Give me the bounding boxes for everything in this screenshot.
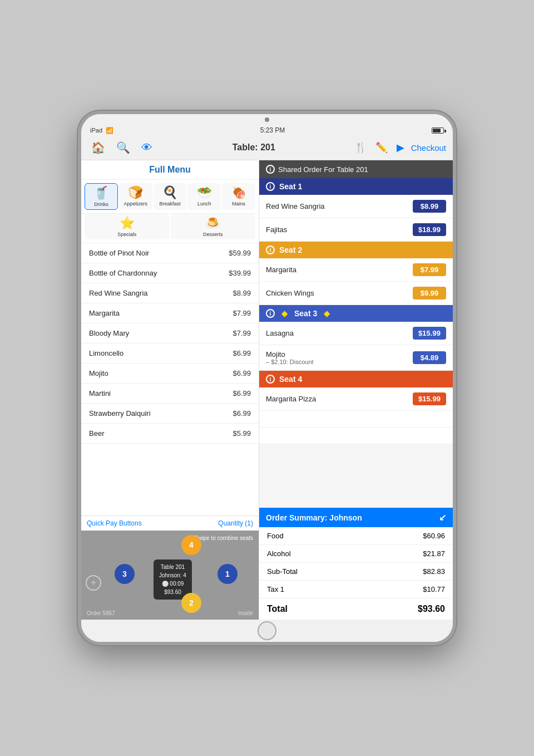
main-content: Full Menu 🥤 Drinks 🍞 Appetizers 🍳 Breakf… [81,160,453,620]
table-title: Table: 201 [160,143,348,153]
swipe-hint: Swipe to combine seats [194,535,253,541]
order-item-name: Margarita [266,266,296,274]
edit-icon[interactable]: ✏️ [373,139,390,156]
order-row[interactable]: Mojito – $2.10: Discount $4.89 [259,345,453,371]
order-item-name: Margarita Pizza [266,395,316,403]
order-item-price: $4.89 [413,351,446,364]
category-specials[interactable]: ⭐ Specials [85,214,170,239]
order-row[interactable]: Margarita Pizza $15.99 [259,387,453,411]
menu-item-price: $39.99 [229,269,251,277]
list-item[interactable]: Bloody Mary $7.99 [81,323,259,343]
menu-item-name: Bloody Mary [89,329,129,337]
empty-row [259,428,453,444]
list-item[interactable]: Mojito $6.99 [81,364,259,384]
seat-3-badge[interactable]: 3 [115,564,135,584]
order-item-price: $15.99 [413,392,446,405]
checkout-button[interactable]: Checkout [411,143,446,153]
category-breakfast[interactable]: 🍳 Breakfast [154,183,187,210]
subtotal-value: $82.83 [423,567,445,576]
seat4-info-icon: i [266,375,275,384]
category-drinks[interactable]: 🥤 Drinks [85,183,118,210]
category-lunch[interactable]: 🥗 Lunch [187,183,221,210]
menu-item-price: $6.99 [233,409,251,418]
list-item[interactable]: Strawberry Daiquiri $6.99 [81,404,259,424]
list-item[interactable]: Beer $5.99 [81,424,259,444]
order-label: Order 5867 [87,610,115,616]
home-icon[interactable]: 🏠 [88,139,108,156]
search-icon[interactable]: 🔍 [113,139,134,156]
inside-label: Inside [238,610,253,616]
order-item-price: $9.99 [413,287,446,300]
seat-1-badge[interactable]: 1 [217,564,238,584]
list-item[interactable]: Bottle of Chardonnay $39.99 [81,263,259,283]
seat3-diamond-right: ◆ [324,309,330,318]
seat-2-header[interactable]: i Seat 2 [259,242,453,258]
order-row[interactable]: Fajitas $18.99 [259,218,453,242]
category-appetizers[interactable]: 🍞 Appetizers [119,183,152,210]
order-row[interactable]: Margarita $7.99 [259,258,453,282]
list-item[interactable]: Limoncello $6.99 [81,343,259,364]
order-row[interactable]: Lasagna $15.99 [259,322,453,345]
order-row[interactable]: Chicken Wings $9.99 [259,282,453,305]
order-item-price: $7.99 [413,263,446,276]
tax-value: $10.77 [423,585,445,593]
menu-item-name: Margarita [89,309,120,317]
orders-scroll[interactable]: i Seat 1 Red Wine Sangria $8.99 Fajitas … [259,178,453,508]
mains-icon: 🍖 [231,185,246,200]
seat-2-badge[interactable]: 2 [181,593,201,613]
seat3-info-icon: i [266,309,275,318]
empty-row [259,411,453,428]
menu-title: Full Menu [81,160,259,180]
right-panel: i Shared Order For Table 201 i Seat 1 Re… [259,160,453,620]
table-info-server: Johnson: 4 [159,571,186,580]
list-item[interactable]: Red Wine Sangria $8.99 [81,283,259,303]
list-item[interactable]: Margarita $7.99 [81,303,259,323]
order-row[interactable]: Red Wine Sangria $8.99 [259,195,453,218]
lunch-label: Lunch [197,201,211,207]
total-value: $93.60 [418,604,445,614]
menu-item-name: Mojito [89,369,108,377]
category-mains[interactable]: 🍖 Mains [222,183,255,210]
category-grid-row2: ⭐ Specials 🍮 Desserts [81,214,259,243]
list-item[interactable]: Martini $6.99 [81,384,259,404]
desserts-label: Desserts [203,232,223,237]
order-item-name: Lasagna [266,329,294,337]
summary-subtotal-row: Sub-Total $82.83 [259,563,453,581]
appetizers-icon: 🍞 [128,185,143,200]
shared-order-header: i Shared Order For Table 201 [259,160,453,178]
menu-item-name: Bottle of Pinot Noir [89,249,149,257]
mains-label: Mains [232,201,245,207]
table-info-total: $93.60 [159,588,186,596]
battery-icon [432,127,444,134]
seat-4-badge[interactable]: 4 [181,535,201,555]
collapse-icon[interactable]: ↙ [439,512,446,523]
seat-3-header[interactable]: i ◆ Seat 3 ◆ [259,305,453,322]
list-item[interactable]: Bottle of Pinot Noir $59.99 [81,243,259,263]
food-label: Food [267,532,284,540]
menu-item-price: $6.99 [233,389,251,397]
quantity-label[interactable]: Quantity (1) [218,519,253,527]
menu-item-name: Limoncello [89,349,123,357]
status-bar: iPad 📶 5:23 PM [81,125,453,135]
add-seat-button[interactable]: + [86,575,101,591]
nav-actions: 🍴 ✏️ ▶ Checkout [352,139,446,156]
category-desserts[interactable]: 🍮 Desserts [171,214,256,239]
utensils-icon[interactable]: 🍴 [352,139,369,156]
ipad-label: iPad [90,127,102,134]
wifi-icon: 📶 [106,127,113,134]
seat-1-header[interactable]: i Seat 1 [259,178,453,195]
order-item-name: Chicken Wings [266,289,314,297]
seat-4-header[interactable]: i Seat 4 [259,371,453,387]
eye-icon[interactable]: 👁 [138,139,156,156]
send-icon[interactable]: ▶ [394,139,407,156]
battery-fill [433,129,441,132]
bottom-panel: Quick Pay Buttons Quantity (1) [81,516,259,531]
order-item-price: $15.99 [413,327,446,340]
menu-item-price: $5.99 [233,429,251,438]
seat-1-label: Seat 1 [279,182,302,191]
table-info-name: Table 201 [159,563,186,571]
quick-pay-label[interactable]: Quick Pay Buttons [87,519,142,527]
summary-alcohol-row: Alcohol $21.87 [259,545,453,563]
home-button[interactable] [258,621,276,640]
menu-item-price: $7.99 [233,309,251,317]
